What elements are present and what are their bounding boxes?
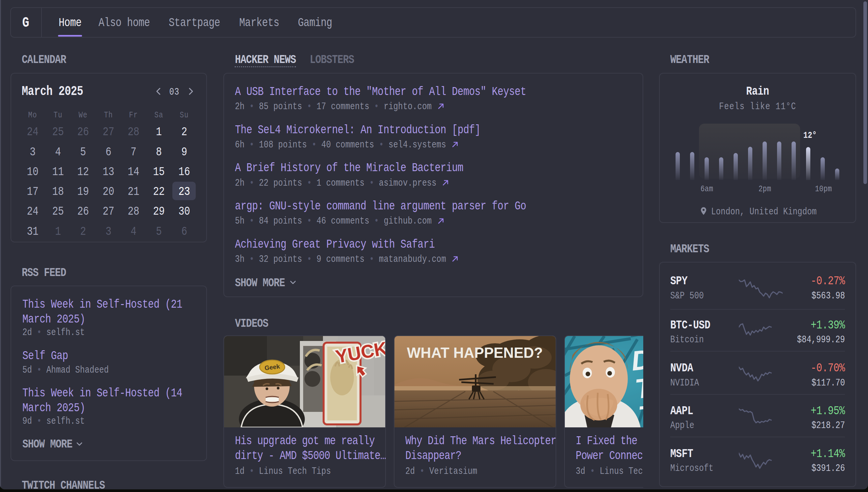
svg-text:WHAT HAPPENED?: WHAT HAPPENED? [407,345,543,361]
